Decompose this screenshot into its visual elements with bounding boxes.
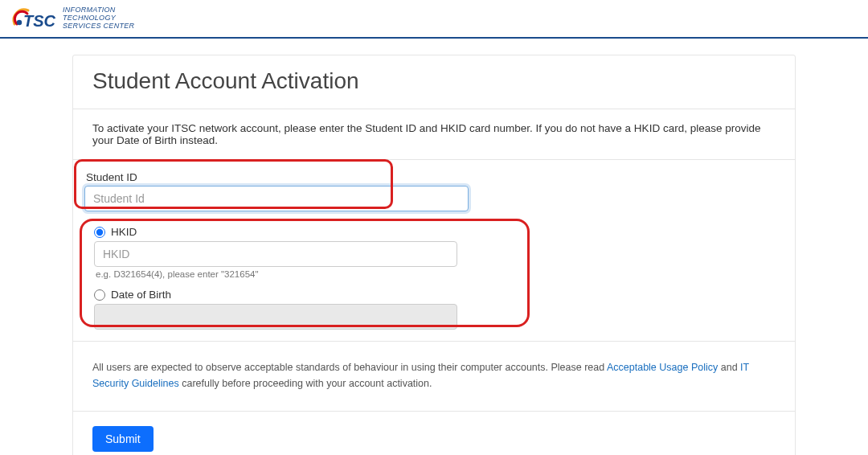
hkid-hint: e.g. D321654(4), please enter "321654" <box>96 269 784 279</box>
hkid-input[interactable] <box>94 241 457 267</box>
svg-text:TSC: TSC <box>23 12 56 30</box>
student-id-group: Student ID <box>84 171 784 211</box>
page-header: TSC INFORMATION TECHNOLOGY SERVICES CENT… <box>0 0 868 39</box>
policy-post: carefully before proceeding with your ac… <box>179 378 432 389</box>
activation-panel: Student Account Activation To activate y… <box>72 55 796 455</box>
policy-mid: and <box>718 362 740 373</box>
dob-radio-label: Date of Birth <box>111 289 171 301</box>
page-title: Student Account Activation <box>92 68 776 94</box>
student-id-label: Student ID <box>84 171 784 183</box>
student-id-input[interactable] <box>84 186 469 211</box>
policy-text: All users are expected to observe accept… <box>73 342 795 412</box>
hkid-radio[interactable] <box>94 227 105 238</box>
svg-point-0 <box>17 20 22 25</box>
brand-logo: TSC INFORMATION TECHNOLOGY SERVICES CENT… <box>10 5 134 32</box>
brand-text: INFORMATION TECHNOLOGY SERVICES CENTER <box>63 6 134 31</box>
hkid-radio-label: HKID <box>111 226 137 238</box>
form-body: Student ID HKID e.g. D321654(4), please … <box>73 160 795 342</box>
brand-line: SERVICES CENTER <box>63 23 134 31</box>
dob-radio[interactable] <box>94 289 105 301</box>
submit-row: Submit <box>73 412 795 455</box>
itsc-logo-icon: TSC <box>10 5 56 32</box>
submit-button[interactable]: Submit <box>92 426 154 452</box>
policy-pre: All users are expected to observe accept… <box>92 362 607 373</box>
panel-header: Student Account Activation <box>73 55 795 109</box>
acceptable-usage-link[interactable]: Acceptable Usage Policy <box>607 362 718 373</box>
dob-radio-row[interactable]: Date of Birth <box>84 289 784 301</box>
hkid-radio-row[interactable]: HKID <box>84 226 784 238</box>
instruction-text: To activate your ITSC network account, p… <box>73 109 795 160</box>
dob-input <box>94 304 457 330</box>
